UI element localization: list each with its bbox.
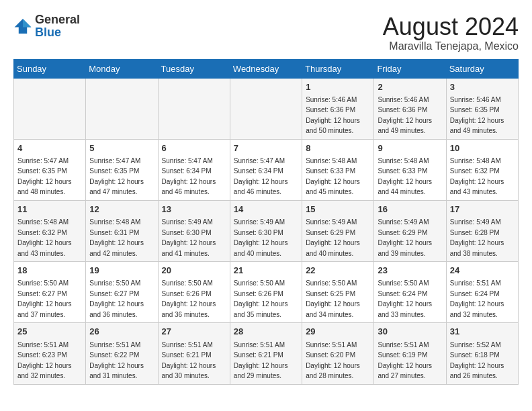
header-day-sunday: Sunday	[14, 59, 86, 78]
day-number: 13	[162, 203, 226, 216]
day-cell: 16Sunrise: 5:49 AMSunset: 6:29 PMDayligh…	[374, 200, 446, 261]
week-row-2: 4Sunrise: 5:47 AMSunset: 6:35 PMDaylight…	[14, 139, 519, 200]
day-cell: 13Sunrise: 5:49 AMSunset: 6:30 PMDayligh…	[158, 200, 230, 261]
day-number: 15	[306, 203, 370, 216]
day-info: Sunrise: 5:51 AMSunset: 6:21 PMDaylight:…	[234, 341, 288, 380]
header-day-friday: Friday	[374, 59, 446, 78]
day-info: Sunrise: 5:47 AMSunset: 6:35 PMDaylight:…	[89, 157, 144, 196]
day-number: 10	[450, 142, 515, 154]
day-number: 19	[89, 265, 154, 277]
day-number: 21	[234, 265, 298, 277]
header-day-tuesday: Tuesday	[158, 59, 230, 78]
calendar-table: SundayMondayTuesdayWednesdayThursdayFrid…	[13, 59, 519, 385]
header-day-thursday: Thursday	[302, 59, 374, 78]
day-info: Sunrise: 5:52 AMSunset: 6:18 PMDaylight:…	[450, 341, 504, 380]
day-cell: 30Sunrise: 5:51 AMSunset: 6:19 PMDayligh…	[374, 323, 446, 384]
day-number: 23	[378, 265, 442, 277]
week-row-1: 1Sunrise: 5:46 AMSunset: 6:36 PMDaylight…	[14, 78, 519, 139]
day-info: Sunrise: 5:51 AMSunset: 6:23 PMDaylight:…	[17, 341, 72, 380]
day-info: Sunrise: 5:51 AMSunset: 6:19 PMDaylight:…	[378, 341, 432, 380]
day-info: Sunrise: 5:50 AMSunset: 6:26 PMDaylight:…	[162, 279, 216, 318]
day-info: Sunrise: 5:48 AMSunset: 6:31 PMDaylight:…	[89, 218, 144, 257]
day-info: Sunrise: 5:49 AMSunset: 6:30 PMDaylight:…	[162, 218, 216, 257]
day-cell: 12Sunrise: 5:48 AMSunset: 6:31 PMDayligh…	[86, 200, 158, 261]
day-number: 27	[162, 326, 226, 338]
day-number: 8	[306, 142, 370, 154]
day-cell: 15Sunrise: 5:49 AMSunset: 6:29 PMDayligh…	[302, 200, 374, 261]
day-info: Sunrise: 5:50 AMSunset: 6:27 PMDaylight:…	[17, 279, 72, 318]
day-cell: 18Sunrise: 5:50 AMSunset: 6:27 PMDayligh…	[14, 262, 86, 323]
day-cell: 21Sunrise: 5:50 AMSunset: 6:26 PMDayligh…	[230, 262, 302, 323]
day-number: 5	[89, 142, 154, 154]
day-cell: 10Sunrise: 5:48 AMSunset: 6:32 PMDayligh…	[446, 139, 518, 200]
day-cell: 6Sunrise: 5:47 AMSunset: 6:34 PMDaylight…	[158, 139, 230, 200]
day-cell: 4Sunrise: 5:47 AMSunset: 6:35 PMDaylight…	[14, 139, 86, 200]
day-number: 4	[17, 142, 82, 154]
day-number: 18	[17, 265, 82, 277]
day-cell: 22Sunrise: 5:50 AMSunset: 6:25 PMDayligh…	[302, 262, 374, 323]
day-number: 3	[450, 81, 515, 93]
location-subtitle: Maravilla Tenejapa, Mexico	[383, 40, 519, 52]
header-day-saturday: Saturday	[446, 59, 518, 78]
day-info: Sunrise: 5:49 AMSunset: 6:29 PMDaylight:…	[306, 218, 360, 257]
header-day-wednesday: Wednesday	[230, 59, 302, 78]
day-number: 22	[306, 265, 370, 277]
day-info: Sunrise: 5:50 AMSunset: 6:24 PMDaylight:…	[378, 279, 432, 318]
day-info: Sunrise: 5:50 AMSunset: 6:27 PMDaylight:…	[89, 279, 144, 318]
day-cell: 24Sunrise: 5:51 AMSunset: 6:24 PMDayligh…	[446, 262, 518, 323]
day-cell: 8Sunrise: 5:48 AMSunset: 6:33 PMDaylight…	[302, 139, 374, 200]
week-row-4: 18Sunrise: 5:50 AMSunset: 6:27 PMDayligh…	[14, 262, 519, 323]
day-cell	[158, 78, 230, 139]
day-number: 25	[17, 326, 82, 338]
day-number: 12	[89, 203, 154, 216]
day-number: 26	[89, 326, 154, 338]
day-number: 16	[378, 203, 442, 216]
day-number: 14	[234, 203, 298, 216]
day-info: Sunrise: 5:49 AMSunset: 6:30 PMDaylight:…	[234, 218, 288, 257]
day-cell: 31Sunrise: 5:52 AMSunset: 6:18 PMDayligh…	[446, 323, 518, 384]
day-info: Sunrise: 5:47 AMSunset: 6:34 PMDaylight:…	[162, 157, 216, 196]
title-block: August 2024 Maravilla Tenejapa, Mexico	[383, 13, 519, 52]
day-info: Sunrise: 5:47 AMSunset: 6:35 PMDaylight:…	[17, 157, 72, 196]
calendar-header-row: SundayMondayTuesdayWednesdayThursdayFrid…	[14, 59, 519, 78]
day-cell	[14, 78, 86, 139]
header-day-monday: Monday	[86, 59, 158, 78]
day-number: 11	[17, 203, 82, 216]
page-header: General Blue August 2024 Maravilla Tenej…	[13, 13, 519, 52]
day-number: 9	[378, 142, 442, 154]
day-info: Sunrise: 5:49 AMSunset: 6:28 PMDaylight:…	[450, 218, 504, 257]
logo-general: General	[35, 13, 80, 26]
day-cell: 2Sunrise: 5:46 AMSunset: 6:36 PMDaylight…	[374, 78, 446, 139]
logo-icon	[13, 17, 32, 36]
day-number: 6	[162, 142, 226, 154]
day-info: Sunrise: 5:48 AMSunset: 6:33 PMDaylight:…	[378, 157, 432, 196]
day-cell: 25Sunrise: 5:51 AMSunset: 6:23 PMDayligh…	[14, 323, 86, 384]
day-info: Sunrise: 5:50 AMSunset: 6:25 PMDaylight:…	[306, 279, 360, 318]
day-cell: 29Sunrise: 5:51 AMSunset: 6:20 PMDayligh…	[302, 323, 374, 384]
day-info: Sunrise: 5:46 AMSunset: 6:36 PMDaylight:…	[378, 96, 432, 135]
day-cell: 28Sunrise: 5:51 AMSunset: 6:21 PMDayligh…	[230, 323, 302, 384]
day-number: 31	[450, 326, 515, 338]
month-year-title: August 2024	[383, 13, 519, 40]
day-info: Sunrise: 5:51 AMSunset: 6:22 PMDaylight:…	[89, 341, 144, 380]
day-cell: 9Sunrise: 5:48 AMSunset: 6:33 PMDaylight…	[374, 139, 446, 200]
day-number: 30	[378, 326, 442, 338]
day-number: 7	[234, 142, 298, 154]
day-cell: 20Sunrise: 5:50 AMSunset: 6:26 PMDayligh…	[158, 262, 230, 323]
day-cell: 1Sunrise: 5:46 AMSunset: 6:36 PMDaylight…	[302, 78, 374, 139]
day-number: 1	[306, 81, 370, 93]
week-row-3: 11Sunrise: 5:48 AMSunset: 6:32 PMDayligh…	[14, 200, 519, 261]
day-cell: 3Sunrise: 5:46 AMSunset: 6:35 PMDaylight…	[446, 78, 518, 139]
logo-blue: Blue	[35, 26, 61, 39]
day-number: 28	[234, 326, 298, 338]
svg-marker-1	[23, 19, 31, 27]
day-cell: 23Sunrise: 5:50 AMSunset: 6:24 PMDayligh…	[374, 262, 446, 323]
logo: General Blue	[13, 13, 80, 39]
day-info: Sunrise: 5:46 AMSunset: 6:35 PMDaylight:…	[450, 96, 504, 135]
day-cell: 19Sunrise: 5:50 AMSunset: 6:27 PMDayligh…	[86, 262, 158, 323]
week-row-5: 25Sunrise: 5:51 AMSunset: 6:23 PMDayligh…	[14, 323, 519, 384]
day-number: 29	[306, 326, 370, 338]
day-cell: 11Sunrise: 5:48 AMSunset: 6:32 PMDayligh…	[14, 200, 86, 261]
day-info: Sunrise: 5:48 AMSunset: 6:32 PMDaylight:…	[17, 218, 72, 257]
day-cell: 27Sunrise: 5:51 AMSunset: 6:21 PMDayligh…	[158, 323, 230, 384]
